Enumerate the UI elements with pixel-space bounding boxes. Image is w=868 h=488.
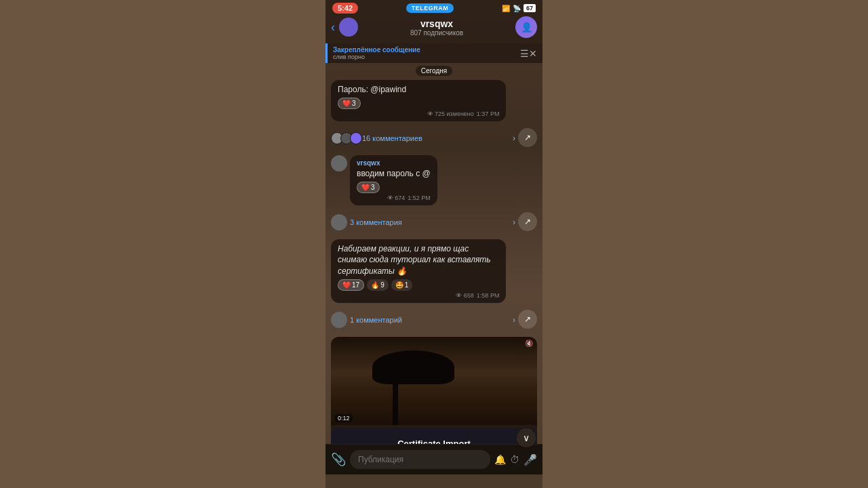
pinned-title: Закреплённое сообщение [333,46,520,54]
input-icons: 🔔 ⏱ 🎤 [494,453,537,466]
comment-avatars-1 [331,132,359,144]
comments-arrow-3: › [513,315,515,325]
battery-indicator: 67 [524,4,536,12]
reaction-heart-2[interactable]: ❤️ 3 [357,182,380,193]
scroll-down-button[interactable]: ∨ [517,428,536,447]
share-button-2[interactable]: ↗ [518,212,537,231]
phone-frame: 5:42 TELEGRAM 📶 📡 67 ‹ vrsqwx 807 подпис… [326,0,542,488]
view-count-3: 👁 1 комментарий658 [456,292,474,299]
timer-icon[interactable]: ⏱ [510,454,519,465]
message-meta-1: 👁 725 изменено 1:37 PM [338,110,499,117]
reaction-heart-1[interactable]: ❤️ 3 [338,98,361,109]
message-text-2: вводим пароль с @ [357,168,431,180]
video-bg [331,337,537,425]
video-message-area: 0:12 🔇 Certificate Import Use your certi… [331,337,537,444]
message-meta-2: 👁 674 1:52 PM [357,195,431,201]
share-button-1[interactable]: ↗ [518,128,537,147]
pinned-subtitle: слив порно [333,54,520,60]
cert-dialog: Certificate Import Use your certificate … [331,428,537,444]
pin-icon: ☰✕ [520,48,537,59]
reaction-heart-3[interactable]: ❤️ 17 [338,279,364,291]
comments-arrow-2: › [513,218,515,227]
time-1: 1:37 PM [477,110,500,117]
status-icons: 📶 📡 67 [502,4,536,12]
attach-button[interactable]: 📎 [331,452,346,467]
subscriber-count: 807 подписчиков [362,29,511,37]
time-3: 1:58 PM [477,292,500,299]
chevron-down-icon: ∨ [523,432,530,443]
pinned-message-bar[interactable]: Закреплённое сообщение слив порно ☰✕ [326,43,542,63]
mini-avatar-3 [350,132,362,144]
notification-icon[interactable]: 🔔 [494,454,506,465]
reaction-bar-1: ❤️ 3 [338,98,499,109]
share-button-3[interactable]: ↗ [518,310,537,329]
comments-row-2[interactable]: 3 комментария › ↗ [331,209,537,235]
video-thumbnail: 0:12 🔇 [331,337,537,425]
pinned-text: Закреплённое сообщение слив порно [333,46,520,60]
message-row-2: vrsqwx вводим пароль с @ ❤️ 3 👁 674 1:52… [331,155,537,205]
reaction-fire-3[interactable]: 🔥 9 [367,279,389,291]
reaction-star-3[interactable]: 🤩 1 [391,279,413,291]
microphone-button[interactable]: 🎤 [524,453,537,466]
commenter-avatar-2 [331,214,347,230]
mute-icon: 🔇 [525,340,533,347]
video-message: 0:12 🔇 Certificate Import Use your certi… [331,337,537,444]
chat-area: Сегодня Пароль: @ipawind ❤️ 3 👁 725 изме… [326,63,542,444]
message-bubble-2: vrsqwx вводим пароль с @ ❤️ 3 👁 674 1:52… [350,155,437,205]
commenter-avatar-3 [331,312,347,328]
message-text-password: Пароль: @ipawind [338,84,499,96]
reaction-bar-3: ❤️ 17 🔥 9 🤩 1 [338,279,499,291]
cert-dialog-title: Certificate Import [340,439,528,444]
input-bar: 📎 🔔 ⏱ 🎤 [326,444,542,474]
channel-avatar[interactable]: 👤 [515,16,537,38]
comments-text-2: 3 комментария [350,218,510,226]
sender-name-2: vrsqwx [357,159,431,167]
status-time: 5:42 [332,3,358,14]
comments-row-3[interactable]: 1 комментарий › ↗ [331,307,537,333]
view-count-1: 👁 725 изменено [427,110,474,117]
channel-name: vrsqwx [362,18,511,29]
comments-row-1[interactable]: 16 комментариев › ↗ [331,125,537,151]
message-meta-3: 👁 1 комментарий658 1:58 PM [338,292,499,299]
header-avatar-small [339,18,358,37]
avatar-initial: 👤 [521,22,532,33]
signal-icon: 📶 [502,5,510,12]
wifi-icon: 📡 [513,5,521,12]
status-bar: 5:42 TELEGRAM 📶 📡 67 [326,0,542,16]
comments-arrow-1: › [513,134,515,143]
message-italic: Набираем реакции, и я прямо щас снимаю с… [331,239,506,303]
view-count-2: 👁 674 [387,195,406,201]
message-text-italic: Набираем реакции, и я прямо щас снимаю с… [338,243,499,277]
date-label: Сегодня [416,66,452,76]
comments-text-1: 16 комментариев [362,134,510,142]
time-2: 1:52 PM [408,195,431,201]
telegram-badge: TELEGRAM [406,3,454,13]
comments-text-3: 1 комментарий [350,316,510,324]
reaction-bar-2: ❤️ 3 [357,182,431,193]
video-duration: 0:12 [335,414,353,422]
message-password: Пароль: @ipawind ❤️ 3 👁 725 изменено 1:3… [331,80,506,121]
message-input[interactable] [350,450,490,469]
back-button[interactable]: ‹ [331,20,335,35]
outer-background: 5:42 TELEGRAM 📶 📡 67 ‹ vrsqwx 807 подпис… [0,0,868,488]
user-avatar-2 [331,155,347,171]
header-info: vrsqwx 807 подписчиков [362,18,511,37]
